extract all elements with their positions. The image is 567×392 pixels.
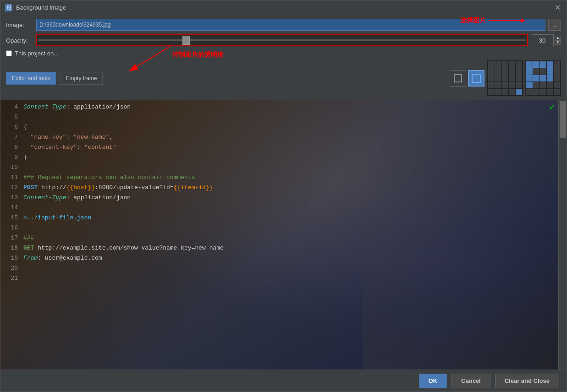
opacity-spinners: ▲ ▼ [555, 36, 561, 45]
code-line-6: 6 { [0, 122, 558, 132]
browse-button[interactable]: ... [548, 19, 561, 31]
checkbox-label: This project on... [15, 50, 59, 57]
code-line-19: 19 From: user@example.com [0, 253, 558, 263]
tab-empty-frame[interactable]: Empty frame [60, 72, 103, 85]
code-line-15: 15 <../input-file.json [0, 213, 558, 223]
code-line-9: 9 } [0, 152, 558, 163]
tile-grid-preview [487, 60, 523, 96]
opacity-row: Opacity: 30 ▲ ▼ [6, 34, 561, 46]
code-line-17: 17 ### [0, 233, 558, 243]
title-bar: 🖼 Background Image ✕ [0, 0, 567, 15]
preview-grid-icon[interactable] [468, 70, 484, 87]
editor-scrollbar[interactable] [558, 100, 567, 370]
code-line-5: 5 [0, 112, 558, 122]
project-checkbox[interactable] [6, 50, 12, 56]
svg-rect-4 [454, 75, 462, 82]
opacity-label: Opacity: [6, 37, 33, 44]
code-line-7: 7 "name-key": "new-name", [0, 132, 558, 142]
editor-area: ✓ 4 Content-Type: application/json 5 6 {… [0, 100, 567, 370]
code-line-20: 20 [0, 263, 558, 273]
opacity-slider[interactable] [38, 36, 526, 44]
window-title: Background Image [16, 4, 553, 11]
tab-editor-tools[interactable]: Editor and tools [6, 72, 56, 85]
clear-and-close-button[interactable]: Clear and Close [495, 374, 559, 388]
checkbox-row: This project on... [6, 50, 561, 57]
controls-area: Image: ... 选择图片 Opacity: 30 ▲ [0, 15, 567, 100]
image-label: Image: [6, 22, 33, 28]
code-editor[interactable]: 4 Content-Type: application/json 5 6 { 7… [0, 100, 558, 370]
code-line-10: 10 [0, 163, 558, 173]
preview-icons [450, 60, 561, 96]
code-line-14: 14 [0, 203, 558, 213]
opacity-value-display: 30 [531, 34, 554, 46]
preview-square-icon[interactable] [450, 70, 466, 87]
tile-grid-preview-2 [525, 60, 561, 96]
cancel-button[interactable]: Cancel [451, 374, 490, 388]
svg-rect-6 [473, 76, 479, 81]
code-line-4: 4 Content-Type: application/json [0, 102, 558, 112]
ok-button[interactable]: OK [419, 374, 447, 388]
opacity-increase-button[interactable]: ▲ [555, 36, 561, 40]
footer: OK Cancel Clear and Close [0, 370, 567, 392]
code-line-11: 11 ### Request separators can also conta… [0, 173, 558, 183]
opacity-decrease-button[interactable]: ▼ [555, 40, 561, 45]
dialog-window: 🖼 Background Image ✕ Image: ... 选择图片 Opa… [0, 0, 567, 392]
opacity-slider-container [36, 34, 528, 46]
code-line-8: 8 "content-key": "content" [0, 142, 558, 152]
code-line-18: 18 GET http://example.site.com/show-valu… [0, 243, 558, 253]
code-line-12: 12 POST http://{{host}}:8080/update-valu… [0, 183, 558, 193]
tabs-preview-row: Editor and tools Empty frame [6, 60, 561, 96]
image-path-input[interactable] [36, 19, 545, 31]
window-icon: 🖼 [5, 4, 12, 11]
image-row: Image: ... [6, 19, 561, 31]
close-button[interactable]: ✕ [553, 3, 562, 12]
code-line-21: 21 [0, 273, 558, 283]
scrollbar-thumb[interactable] [560, 101, 566, 138]
code-line-13: 13 Content-Type: application/json [0, 193, 558, 203]
code-line-16: 16 [0, 223, 558, 233]
